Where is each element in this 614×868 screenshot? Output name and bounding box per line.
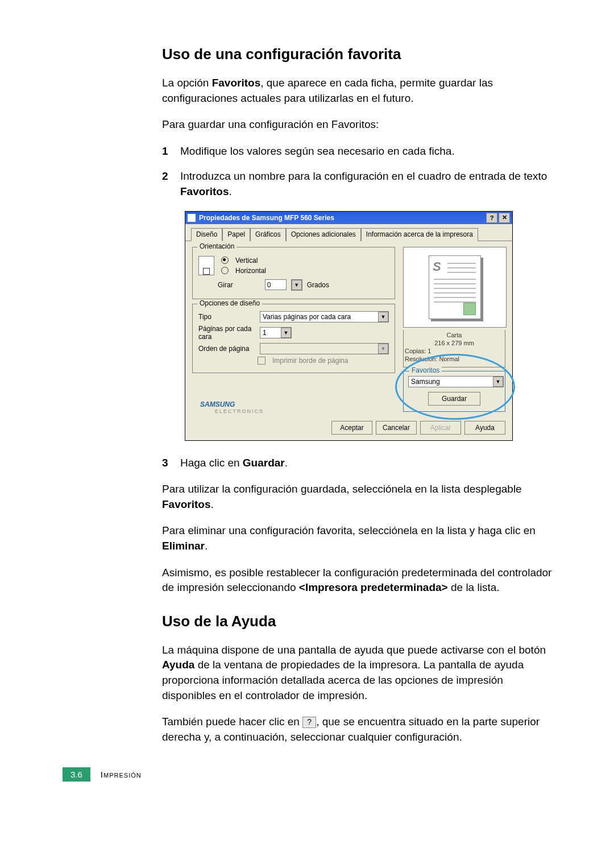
titlebar-help-button[interactable]: ? <box>486 213 497 223</box>
tab-papel[interactable]: Papel <box>222 228 250 241</box>
ayuda-button[interactable]: Ayuda <box>464 421 505 435</box>
favoritos-legend: Favoritos <box>409 366 442 374</box>
orden-label: Orden de página <box>198 345 255 353</box>
preview-info: Carta 216 x 279 mm Copias: 1 Resolución:… <box>403 330 505 367</box>
section2-p2: También puede hacer clic en ?, que se en… <box>162 714 560 745</box>
girar-input[interactable]: 0 <box>265 279 287 290</box>
tipo-label: Tipo <box>198 313 255 321</box>
favoritos-group: Favoritos Samsung▼ Guardar <box>403 371 505 412</box>
help-icon: ? <box>302 717 316 728</box>
page-footer: 3.6 Impresión <box>63 767 563 782</box>
printer-properties-dialog: Propiedades de Samsung MFP 560 Series ? … <box>185 211 513 441</box>
section2-p1: La máquina dispone de una pantalla de ay… <box>162 643 560 703</box>
footer-section-label: Impresión <box>101 770 142 779</box>
samsung-logo: SAMSUNG <box>192 400 395 408</box>
radio-vertical[interactable]: Vertical <box>221 257 266 264</box>
section1-p2: Para guardar una configuración en Favori… <box>162 117 560 133</box>
ppc-select[interactable]: 1▼ <box>260 327 292 338</box>
step-1: 1 Modifique los valores según sea necesa… <box>162 144 560 159</box>
dialog-titlebar: Propiedades de Samsung MFP 560 Series ? … <box>185 212 512 224</box>
section1-p4: Para eliminar una configuración favorita… <box>162 523 560 553</box>
aplicar-button: Aplicar <box>420 421 461 435</box>
section1-p1: La opción Favoritos, que aparece en cada… <box>162 76 560 106</box>
grados-label: Grados <box>307 281 329 289</box>
section1-p3: Para utilizar la configuración guardada,… <box>162 482 560 512</box>
girar-stepdown[interactable]: ▼ <box>291 279 302 291</box>
borde-checkbox <box>258 357 265 365</box>
layout-options-legend: Opciones de diseño <box>197 299 262 307</box>
orientation-thumb-icon <box>198 256 214 275</box>
tab-graficos[interactable]: Gráficos <box>250 228 286 241</box>
titlebar-close-button[interactable]: ✕ <box>499 213 510 223</box>
section2-title: Uso de la Ayuda <box>162 613 563 630</box>
aceptar-button[interactable]: Aceptar <box>331 421 372 435</box>
samsung-sublogo: ELECTRONICS <box>192 408 395 414</box>
orientation-group: Orientación Vertical Horizontal <box>192 247 395 299</box>
dialog-title: Propiedades de Samsung MFP 560 Series <box>199 214 334 222</box>
girar-label: Girar <box>218 281 233 289</box>
cancelar-button[interactable]: Cancelar <box>376 421 417 435</box>
favoritos-select[interactable]: Samsung▼ <box>408 376 504 387</box>
section1-title: Uso de una configuración favorita <box>162 46 563 63</box>
page-preview: S <box>403 247 507 328</box>
radio-horizontal[interactable]: Horizontal <box>221 267 266 275</box>
orden-select: ▼ <box>260 343 389 354</box>
section1-p5: Asimismo, es posible restablecer la conf… <box>162 565 560 596</box>
printer-icon <box>188 214 196 222</box>
ppc-label: Páginas por cada cara <box>198 325 255 341</box>
tabs-row: Diseño Papel Gráficos Opciones adicional… <box>185 224 512 241</box>
step-3: 3 Haga clic en Guardar. <box>162 456 560 471</box>
tab-informacion-impresora[interactable]: Información acerca de la impresora <box>361 228 478 241</box>
orientation-legend: Orientación <box>197 242 237 250</box>
tipo-select[interactable]: Varias páginas por cada cara▼ <box>260 311 389 323</box>
layout-options-group: Opciones de diseño Tipo Varias páginas p… <box>192 304 395 373</box>
tab-diseno[interactable]: Diseño <box>191 228 222 241</box>
borde-label: Imprimir borde de página <box>272 357 348 365</box>
step-2: 2 Introduzca un nombre para la configura… <box>162 169 560 199</box>
guardar-button[interactable]: Guardar <box>428 392 480 406</box>
page-number-badge: 3.6 <box>63 767 90 782</box>
tab-opciones-adicionales[interactable]: Opciones adicionales <box>286 228 361 241</box>
dialog-button-row: Aceptar Cancelar Aplicar Ayuda <box>185 418 512 440</box>
